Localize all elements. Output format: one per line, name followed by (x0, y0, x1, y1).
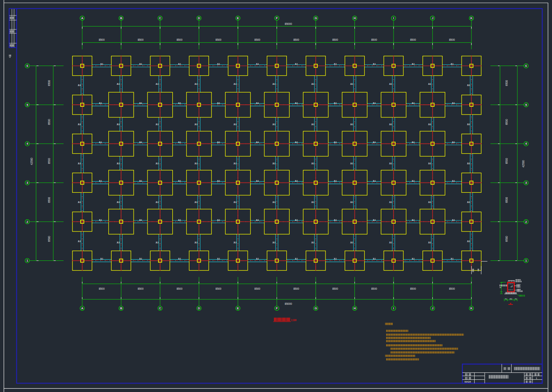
svg-text:JL1: JL1 (373, 219, 376, 221)
svg-text:JL1: JL1 (373, 141, 376, 143)
svg-text:JL1: JL1 (195, 83, 198, 85)
svg-text:JL1: JL1 (178, 258, 181, 260)
svg-text:JL1: JL1 (99, 219, 102, 221)
svg-text:J: J (432, 306, 433, 310)
svg-text:8500: 8500 (506, 236, 508, 242)
svg-text:8500: 8500 (138, 287, 144, 290)
svg-text:8500: 8500 (48, 197, 51, 203)
svg-text:JL1: JL1 (411, 141, 414, 143)
svg-text:JL1: JL1 (389, 201, 392, 203)
svg-text:JL1: JL1 (217, 258, 220, 260)
svg-text:8500: 8500 (410, 287, 416, 290)
svg-text:JL1: JL1 (273, 83, 275, 85)
svg-text:8500: 8500 (176, 38, 183, 41)
svg-text:JL1: JL1 (256, 63, 259, 65)
svg-text:JL1: JL1 (178, 141, 181, 143)
svg-text:JL1: JL1 (156, 163, 158, 165)
svg-text:JL1: JL1 (334, 63, 336, 65)
svg-text:75: 75 (515, 298, 517, 300)
svg-text:JL1: JL1 (195, 201, 198, 203)
svg-text:JL1: JL1 (334, 258, 336, 260)
svg-text:JL1: JL1 (389, 83, 392, 85)
svg-text:8500: 8500 (216, 38, 222, 41)
svg-text:JL1: JL1 (311, 83, 314, 85)
svg-text:E: E (237, 306, 239, 310)
svg-text:JL1: JL1 (256, 219, 259, 221)
svg-text:85000: 85000 (285, 22, 292, 25)
svg-text:JL1: JL1 (373, 258, 376, 260)
svg-text:JL1: JL1 (139, 63, 142, 65)
svg-text:I: I (393, 306, 394, 310)
svg-text:8500: 8500 (449, 38, 455, 41)
svg-text:JL1: JL1 (178, 102, 181, 104)
svg-text:JL1: JL1 (233, 242, 236, 244)
svg-text:A: A (81, 16, 84, 20)
svg-text:450: 450 (509, 298, 512, 300)
svg-text:2: 2 (26, 220, 28, 224)
svg-text:3: 3 (26, 181, 28, 185)
svg-text:8500: 8500 (506, 80, 508, 86)
svg-text:JL1: JL1 (178, 219, 181, 221)
svg-text:8500: 8500 (99, 287, 105, 290)
svg-text:JL1: JL1 (295, 180, 298, 182)
svg-text:D: D (198, 16, 200, 20)
svg-text:42500: 42500 (522, 160, 525, 167)
svg-text:C: C (159, 16, 161, 20)
svg-text:F: F (276, 306, 278, 310)
svg-text:JL1: JL1 (99, 102, 102, 104)
svg-text:8500: 8500 (293, 38, 299, 41)
svg-text:G: G (314, 16, 317, 20)
svg-text:A: A (81, 306, 84, 310)
svg-text:8500: 8500 (255, 38, 261, 41)
svg-text:75: 75 (505, 298, 507, 300)
svg-text:JL1: JL1 (273, 123, 275, 126)
svg-text:JL1: JL1 (256, 102, 259, 104)
svg-text:JL1: JL1 (117, 83, 120, 85)
svg-text:JL1: JL1 (411, 63, 414, 65)
svg-text:JL1: JL1 (428, 242, 431, 244)
svg-text:8500: 8500 (332, 287, 339, 290)
svg-text:JL1: JL1 (411, 180, 414, 182)
svg-text:JL1: JL1 (233, 123, 236, 126)
svg-text:JL1: JL1 (233, 163, 236, 165)
svg-text:8500: 8500 (410, 38, 416, 41)
svg-text:JL1: JL1 (100, 63, 103, 65)
svg-text:1:100: 1:100 (291, 319, 297, 322)
svg-text:JL1: JL1 (117, 123, 120, 126)
svg-text:JL1: JL1 (350, 201, 353, 203)
svg-text:JL1: JL1 (334, 219, 336, 221)
svg-text:JL1: JL1 (373, 63, 376, 65)
svg-text:JL1: JL1 (233, 83, 236, 85)
svg-text:JL1: JL1 (99, 180, 102, 182)
svg-text:JL1: JL1 (117, 242, 120, 244)
svg-text:JL1: JL1 (350, 123, 353, 126)
svg-text:5: 5 (525, 103, 527, 107)
svg-text:JL1: JL1 (295, 102, 298, 104)
svg-text:C: C (159, 306, 161, 310)
svg-text:JL1: JL1 (467, 163, 470, 165)
svg-text:JL1: JL1 (256, 141, 259, 143)
svg-text:8500: 8500 (449, 287, 455, 290)
svg-text:8500: 8500 (48, 119, 51, 125)
svg-text:JL1: JL1 (256, 180, 259, 182)
svg-text:JL1: JL1 (156, 123, 158, 126)
svg-text:JL1: JL1 (156, 242, 158, 244)
svg-text:8500: 8500 (332, 38, 339, 41)
svg-text:6: 6 (26, 64, 28, 68)
svg-text:E: E (237, 16, 239, 20)
svg-text:JL1: JL1 (350, 163, 353, 165)
svg-text:JL1: JL1 (273, 163, 275, 165)
svg-text:JL1: JL1 (389, 242, 392, 244)
svg-text:JL1: JL1 (350, 83, 353, 85)
svg-text:JL1: JL1 (139, 180, 142, 182)
svg-text:JL1: JL1 (195, 163, 198, 165)
svg-text:JL1: JL1 (334, 180, 336, 182)
svg-text:JL1: JL1 (217, 141, 220, 143)
svg-text:JL1: JL1 (311, 123, 314, 126)
svg-text:8500: 8500 (506, 158, 508, 164)
svg-text:D: D (198, 306, 200, 310)
svg-text:JL1: JL1 (411, 102, 414, 104)
svg-text:8500: 8500 (371, 287, 377, 290)
svg-text:8500: 8500 (506, 197, 508, 203)
svg-text:JL1: JL1 (78, 163, 81, 165)
